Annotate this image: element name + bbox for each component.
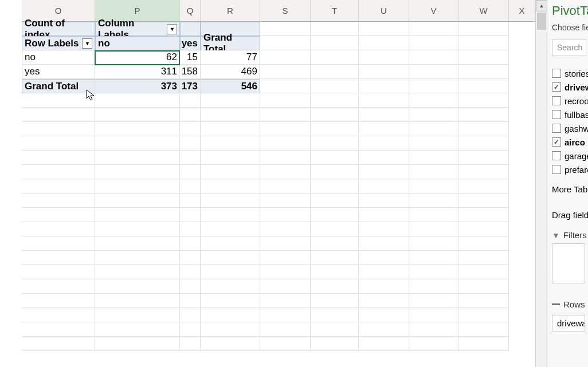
field-search-input[interactable]: Search [552,39,586,56]
cell-s5[interactable] [260,79,311,93]
cell-r13-c0[interactable] [22,194,95,208]
cell-r14-c6[interactable] [359,208,409,222]
cell-r19-c6[interactable] [359,279,409,294]
cell-r16-c6[interactable] [359,236,409,251]
cell-r6[interactable] [201,93,260,108]
cell-r23-c3[interactable] [201,337,260,351]
cell-r12-c8[interactable] [458,179,509,194]
cell-r20-c2[interactable] [180,294,201,308]
cell-r19-c0[interactable] [22,279,95,294]
field-driveway[interactable]: driveway [552,80,588,94]
col-header-r[interactable]: R [201,0,260,22]
cell-r14-c5[interactable] [311,208,359,222]
cell-r8-c4[interactable] [260,122,311,136]
cell-r17-c8[interactable] [458,251,509,265]
cell-r15-c0[interactable] [22,222,95,236]
cell-s3[interactable] [260,50,311,65]
cell-r17-c4[interactable] [260,251,311,265]
cell-r22-c4[interactable] [260,322,311,337]
checkbox-icon[interactable] [552,96,561,105]
cell-r11-c6[interactable] [359,165,409,179]
cell-r11-c3[interactable] [201,165,260,179]
cell-r18-c2[interactable] [180,265,201,279]
cell-r13-c7[interactable] [409,194,458,208]
cell-r20-c1[interactable] [95,294,180,308]
cell-r18-c0[interactable] [22,265,95,279]
cell-v4[interactable] [409,65,458,79]
cell-r10-c0[interactable] [22,151,95,165]
cell-v3[interactable] [409,50,458,65]
grandtotal-yes[interactable]: 173 [180,79,201,93]
row-labels-header[interactable]: Row Labels ▾ [22,36,95,50]
col-header-t[interactable]: T [311,0,359,22]
cell-t3[interactable] [311,50,359,65]
cell-r13-c8[interactable] [458,194,509,208]
cell-r10-c7[interactable] [409,151,458,165]
cell-r16-c7[interactable] [409,236,458,251]
cell-r23-c1[interactable] [95,337,180,351]
cell-r13-c3[interactable] [201,194,260,208]
cell-r9-c5[interactable] [311,136,359,151]
col-header-w[interactable]: W [458,0,509,22]
cell-r9-c2[interactable] [180,136,201,151]
scroll-up-button[interactable]: ▲ [536,0,547,11]
field-airco[interactable]: airco [552,135,588,149]
cell-r15-c6[interactable] [359,222,409,236]
cell-r16-c2[interactable] [180,236,201,251]
cell-t1[interactable] [311,22,359,36]
cell-r8-c0[interactable] [22,122,95,136]
cell-r22-c5[interactable] [311,322,359,337]
cell-r19-c7[interactable] [409,279,458,294]
cell-r14-c2[interactable] [180,208,201,222]
cell-s4[interactable] [260,65,311,79]
grandtotal-total[interactable]: 546 [201,79,260,93]
cell-s2[interactable] [260,36,311,50]
cell-r16-c8[interactable] [458,236,509,251]
cell-r19-c8[interactable] [458,279,509,294]
cell-r18-c8[interactable] [458,265,509,279]
col-header-v[interactable]: V [409,0,458,22]
cell-r21-c1[interactable] [95,308,180,322]
cell-r17-c1[interactable] [95,251,180,265]
cell-r10-c1[interactable] [95,151,180,165]
cell-r18-c1[interactable] [95,265,180,279]
cell-r17-c2[interactable] [180,251,201,265]
cell-s6[interactable] [260,93,311,108]
cell-w2[interactable] [458,36,509,50]
col-header-s[interactable]: S [260,0,311,22]
cell-r8-c2[interactable] [180,122,201,136]
cell-r15-c4[interactable] [260,222,311,236]
cell-p6[interactable] [95,93,180,108]
cell-r21-c0[interactable] [22,308,95,322]
col-header-u[interactable]: U [359,0,409,22]
cell-r9-c0[interactable] [22,136,95,151]
cell-r10-c5[interactable] [311,151,359,165]
col-header-x[interactable]: X [509,0,535,22]
cell-w5[interactable] [458,79,509,93]
cell-u4[interactable] [359,65,409,79]
cell-r12-c6[interactable] [359,179,409,194]
cell-r11-c7[interactable] [409,165,458,179]
cell-r13-c4[interactable] [260,194,311,208]
cell-r16-c1[interactable] [95,236,180,251]
cell-r23-c7[interactable] [409,337,458,351]
cell-r15-c1[interactable] [95,222,180,236]
cell-r12-c2[interactable] [180,179,201,194]
cell-r14-c3[interactable] [201,208,260,222]
cell-r8-c8[interactable] [458,122,509,136]
cell-r10-c6[interactable] [359,151,409,165]
column-labels-header[interactable]: Column Labels ▾ [95,22,180,36]
cell-q6[interactable] [180,93,201,108]
cell-r17-c7[interactable] [409,251,458,265]
checkbox-icon[interactable] [552,110,561,119]
cell-r13-c5[interactable] [311,194,359,208]
field-stories[interactable]: stories [552,66,588,80]
cell-r22-c6[interactable] [359,322,409,337]
cell-w1[interactable] [458,22,509,36]
cell-r11-c4[interactable] [260,165,311,179]
field-gashw[interactable]: gashw [552,121,588,135]
cell-t4[interactable] [311,65,359,79]
cell-w3[interactable] [458,50,509,65]
cell-r13-c2[interactable] [180,194,201,208]
cell-r17-c3[interactable] [201,251,260,265]
